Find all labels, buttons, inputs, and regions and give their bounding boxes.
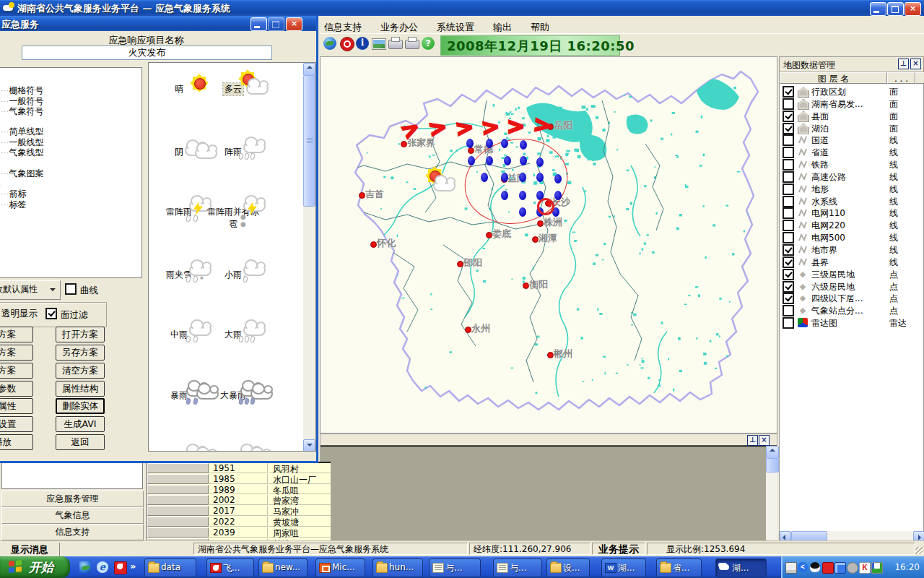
column-layer-name[interactable]: 图 层 名 xyxy=(780,72,887,84)
symbol-scrollbar[interactable] xyxy=(303,63,315,451)
dialog-button-画设置[interactable]: 画设置 xyxy=(0,416,33,432)
layer-row[interactable]: 电网500线 xyxy=(780,231,923,243)
taskbar-task-2[interactable]: new... xyxy=(258,558,308,577)
dialog-button-生成AVI[interactable]: 生成AVI xyxy=(56,416,105,432)
left-panel-button-1[interactable]: 气象信息 xyxy=(1,507,144,524)
layer-row[interactable]: 国道线 xyxy=(780,134,923,146)
layer-checkbox[interactable] xyxy=(783,317,794,329)
layer-checkbox[interactable] xyxy=(783,293,794,304)
tree-leaf[interactable]: ···简单线型 xyxy=(0,126,141,137)
network-icon[interactable] xyxy=(834,562,846,574)
symbol-暴雨[interactable]: 暴雨 xyxy=(149,375,209,402)
fetion-icon[interactable] xyxy=(822,562,834,574)
quick-launch-app-icon[interactable] xyxy=(79,561,91,573)
layer-checkbox[interactable] xyxy=(783,220,794,231)
layer-checkbox[interactable] xyxy=(783,123,794,134)
fetion-icon[interactable] xyxy=(114,561,127,574)
dialog-button-建方案[interactable]: 建方案 xyxy=(0,327,33,342)
tree-node[interactable]: 案 xyxy=(0,158,141,168)
layer-row[interactable]: 县面面 xyxy=(780,110,923,122)
pin-icon[interactable]: ⊥ xyxy=(898,59,909,69)
tree-node[interactable]: 号 xyxy=(0,75,141,85)
layer-row[interactable]: 雷达图雷达 xyxy=(780,316,923,329)
dialog-minimize-button[interactable] xyxy=(250,17,267,31)
table-row[interactable]: 1951风羽村 xyxy=(147,463,331,474)
symbol-大雨[interactable]: 大雨 xyxy=(203,314,263,341)
close-icon[interactable]: × xyxy=(910,59,921,69)
taskbar-task-0[interactable]: data xyxy=(144,558,196,577)
default-attr-dropdown[interactable]: 改默认属性 xyxy=(0,280,61,300)
layer-row[interactable]: ◆三级居民地点 xyxy=(780,268,923,280)
dialog-button-删除实体[interactable]: 删除实体 xyxy=(56,398,105,414)
layer-checkbox[interactable] xyxy=(783,86,794,98)
layer-checkbox[interactable] xyxy=(783,147,794,158)
mute-icon[interactable] xyxy=(847,562,858,574)
symbol-小雨[interactable]: 小雨 xyxy=(203,254,263,281)
layer-checkbox[interactable] xyxy=(783,111,794,122)
layer-row[interactable]: 县界线 xyxy=(780,256,923,268)
taskbar-task-8[interactable]: W湖... xyxy=(601,558,646,577)
taskbar-task-1[interactable]: 飞... xyxy=(206,558,254,577)
taskbar-task-7[interactable]: 设... xyxy=(546,558,590,577)
overflow-chevron[interactable]: » xyxy=(130,561,136,571)
stop-icon[interactable] xyxy=(340,37,354,51)
message-listbox[interactable] xyxy=(1,462,143,489)
column-more[interactable]: . . . xyxy=(887,72,915,84)
printer-icon[interactable] xyxy=(388,40,403,49)
station-table[interactable]: 1951风羽村1985水口山一厂1989冬瓜咀2002曾家湾2017马家冲202… xyxy=(147,462,331,540)
close-button[interactable]: × xyxy=(905,2,921,16)
tree-leaf[interactable]: ···栅格符号 xyxy=(0,85,141,95)
taskbar-task-5[interactable]: 与... xyxy=(429,558,481,577)
layer-row[interactable]: 水系线线 xyxy=(780,195,923,207)
chart-icon[interactable] xyxy=(871,562,883,574)
table-row[interactable]: 2022黄坡塘 xyxy=(147,517,331,527)
printer2-icon[interactable] xyxy=(405,40,419,49)
layer-checkbox[interactable] xyxy=(783,134,794,146)
layer-row[interactable]: ◆四级以下居...点 xyxy=(780,292,923,304)
tree-leaf[interactable]: ···一般线型 xyxy=(0,137,141,147)
tree-leaf[interactable]: ···气象符号 xyxy=(0,106,141,116)
tree-leaf[interactable]: ···气象线型 xyxy=(0,147,141,158)
layer-checkbox[interactable] xyxy=(783,232,794,243)
taskbar-task-9[interactable]: 省... xyxy=(656,558,702,577)
layer-checkbox[interactable] xyxy=(783,305,794,316)
symbol-阵雨[interactable]: 阵雨 xyxy=(203,131,263,158)
bottom-panel-scrollbar[interactable] xyxy=(766,446,777,540)
ie-icon[interactable]: e xyxy=(97,561,108,573)
language-icon[interactable]: < xyxy=(798,562,808,572)
layer-checkbox[interactable] xyxy=(783,171,794,183)
layer-row[interactable]: 湖泊面 xyxy=(780,122,923,134)
show-message-tab[interactable]: 显示消息 xyxy=(0,543,60,556)
pin-icon[interactable]: ⊥ xyxy=(747,435,758,446)
symbol-雨夹雪[interactable]: ＊雨夹雪 xyxy=(149,254,209,281)
qq-icon[interactable] xyxy=(810,562,820,572)
layer-checkbox[interactable] xyxy=(783,207,794,219)
left-panel-button-0[interactable]: 应急服务管理 xyxy=(1,491,144,507)
taskbar-task-10[interactable]: 湖... xyxy=(715,558,767,577)
layer-checkbox[interactable] xyxy=(783,269,794,280)
table-row[interactable]: 1985水口山一厂 xyxy=(147,474,331,485)
taskbar-task-6[interactable]: 与... xyxy=(493,558,542,577)
globe-icon[interactable] xyxy=(323,37,336,50)
layer-checkbox[interactable] xyxy=(783,159,794,171)
layer-checkbox[interactable] xyxy=(783,281,794,293)
dialog-button-清空方案[interactable]: 清空方案 xyxy=(56,363,105,379)
symbol-中雨[interactable]: 中雨 xyxy=(149,314,209,341)
dialog-button-改参数[interactable]: 改参数 xyxy=(0,381,33,397)
layer-row[interactable]: 铁路线 xyxy=(780,158,923,171)
kaspersky-icon[interactable]: K xyxy=(859,562,871,574)
symbol-雷阵雨[interactable]: 雷阵雨 xyxy=(149,191,209,218)
taskbar-task-4[interactable]: hun... xyxy=(372,558,423,577)
symbol-大暴雨[interactable]: 大暴雨 xyxy=(203,375,263,402)
map-canvas[interactable]: 张家界岳阳常德吉首益阳长沙娄底株洲湘潭怀化邵阳衡阳永州郴州 >>>>>> xyxy=(320,56,777,434)
layer-row[interactable]: 电网110线 xyxy=(780,207,923,219)
start-button[interactable]: 开始 xyxy=(0,556,70,578)
table-row[interactable]: 2002曾家湾 xyxy=(147,495,331,506)
tree-node[interactable]: 他 xyxy=(0,178,141,189)
layer-row[interactable]: ◆气象站点分...点 xyxy=(780,304,923,316)
layer-row[interactable]: 电网220线 xyxy=(780,219,923,231)
face-filter-row[interactable]: 面过滤 xyxy=(45,308,88,322)
layer-row[interactable]: 行政区划面 xyxy=(780,85,923,98)
dialog-close-button[interactable]: × xyxy=(286,17,302,31)
symbol-tree[interactable]: 号···栅格符号···一般符号···气象符号型···简单线型···一般线型···… xyxy=(0,67,142,278)
